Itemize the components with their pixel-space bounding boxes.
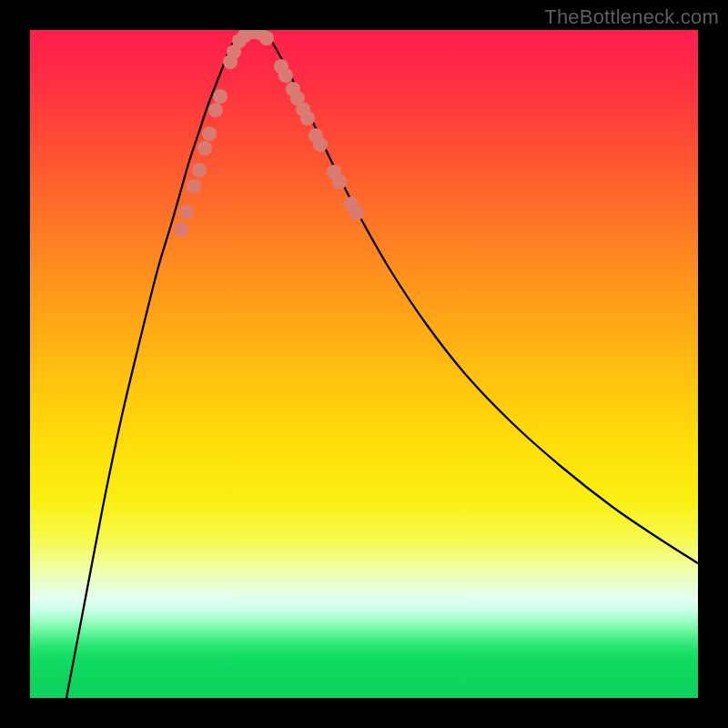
data-marker xyxy=(259,31,274,46)
watermark-text: TheBottleneck.com xyxy=(544,5,719,29)
curve-markers xyxy=(174,30,364,237)
data-marker xyxy=(174,222,188,237)
bottleneck-curve xyxy=(66,30,698,698)
data-marker xyxy=(208,103,223,117)
plot-area xyxy=(30,30,698,698)
data-marker xyxy=(197,141,212,156)
chart-svg xyxy=(30,30,698,698)
outer-frame: TheBottleneck.com xyxy=(0,0,728,728)
data-marker xyxy=(278,68,293,83)
data-marker xyxy=(332,175,347,189)
data-marker xyxy=(313,137,328,152)
data-marker xyxy=(192,163,207,177)
data-marker xyxy=(202,126,217,141)
data-marker xyxy=(187,179,201,194)
data-marker xyxy=(349,206,364,220)
data-marker xyxy=(213,89,228,104)
data-marker xyxy=(179,205,194,219)
curve-lines xyxy=(66,30,698,698)
data-marker xyxy=(300,111,315,126)
